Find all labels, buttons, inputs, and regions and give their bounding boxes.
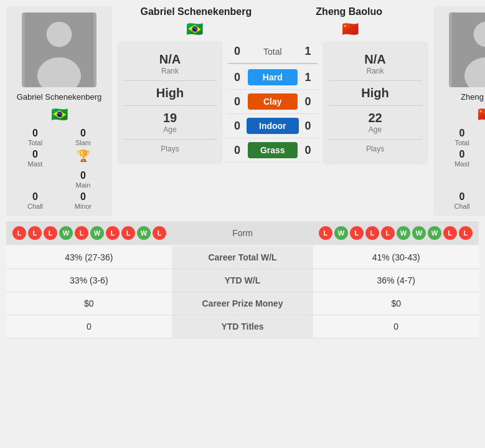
player-names-row: Gabriel Schenekenberg Zheng Baoluo — [117, 6, 428, 17]
left-flag: 🇧🇷 — [186, 21, 203, 37]
left-stat-total: 0 Total — [12, 128, 58, 146]
form-badge-l: L — [121, 226, 135, 240]
left-name-header: Gabriel Schenekenberg — [120, 6, 273, 17]
stats-row: $0 Career Prize Money $0 — [6, 292, 479, 315]
player-section: Gabriel Schenekenberg 🇧🇷 0 Total 0 Slam … — [6, 6, 479, 216]
stats-right-val: 0 — [313, 315, 479, 338]
indoor-row: 0 Indoor 0 — [228, 114, 318, 138]
right-high-row: High — [329, 81, 422, 106]
form-badge-w: W — [137, 226, 151, 240]
form-badge-l: L — [106, 226, 120, 240]
stats-row: 33% (3-6) YTD W/L 36% (4-7) — [6, 269, 479, 292]
flags-row: 🇧🇷 🇨🇳 — [117, 21, 428, 37]
right-player-name: Zheng Baoluo — [461, 92, 485, 102]
stats-left-val: 33% (3-6) — [6, 269, 172, 292]
left-stat-chall: 0 Chall — [12, 191, 58, 210]
right-sub-card: N/A Rank High 22 Age Plays — [323, 41, 428, 164]
form-badge-w: W — [90, 226, 104, 240]
left-stat-minor: 0 Minor — [60, 191, 106, 210]
total-row: 0 Total 1 — [228, 41, 318, 64]
court-stats-container: N/A Rank High 19 Age Plays — [117, 41, 428, 164]
stats-center-label: Career Total W/L — [172, 246, 314, 269]
right-plays-row: Plays — [329, 140, 422, 158]
form-badge-w: W — [397, 226, 410, 240]
clay-row: 0 Clay 0 — [228, 90, 318, 114]
form-badge-l: L — [459, 226, 473, 240]
form-badge-l: L — [381, 226, 395, 240]
right-stat-total: 0 Total — [440, 128, 485, 146]
hard-badge: Hard — [248, 69, 298, 85]
stats-right-val: 36% (4-7) — [313, 269, 479, 292]
stats-center-label: YTD W/L — [172, 269, 314, 292]
form-badge-l: L — [443, 226, 457, 240]
form-badge-w: W — [428, 226, 441, 240]
right-player-flag: 🇨🇳 — [478, 107, 485, 123]
left-age-row: 19 Age — [123, 106, 217, 140]
indoor-badge: Indoor — [247, 118, 299, 134]
form-badge-l: L — [153, 226, 166, 240]
hard-row: 0 Hard 1 — [228, 65, 318, 90]
form-badge-l: L — [75, 226, 88, 240]
stats-left-val: 0 — [6, 315, 172, 338]
court-breakdown: 0 Total 1 0 Hard 1 — [223, 41, 323, 164]
form-badge-w: W — [412, 226, 426, 240]
right-stat-mast: 0 Mast — [440, 149, 485, 168]
clay-badge: Clay — [248, 93, 298, 110]
form-badge-l: L — [319, 226, 332, 240]
stats-center-label: Career Prize Money — [172, 292, 314, 315]
form-badge-w: W — [334, 226, 348, 240]
left-player-stats: 0 Total 0 Slam 0 Mast 🏆 0 Main — [12, 128, 106, 210]
svg-point-1 — [47, 22, 72, 47]
right-player-avatar — [449, 12, 485, 87]
left-stat-mast: 0 Mast — [12, 149, 58, 168]
left-sub-card: N/A Rank High 19 Age Plays — [117, 41, 223, 164]
left-stat-main: 0 Main — [60, 170, 106, 189]
left-trophy-icon-container: 🏆 — [60, 149, 106, 168]
left-high-row: High — [123, 81, 217, 106]
grass-badge: Grass — [248, 142, 298, 158]
right-form-badges: LWLLLWWWLL — [319, 226, 473, 240]
left-player-name: Gabriel Schenekenberg — [17, 92, 102, 102]
stats-right-val: 41% (30-43) — [313, 246, 479, 269]
left-trophy-icon: 🏆 — [77, 149, 90, 163]
left-player-avatar — [22, 12, 97, 87]
form-label: Form — [232, 228, 253, 238]
left-plays-row: Plays — [123, 140, 217, 158]
grass-row: 0 Grass 0 — [228, 138, 318, 163]
right-flag: 🇨🇳 — [342, 21, 359, 37]
stats-left-val: $0 — [6, 292, 172, 315]
form-badge-l: L — [12, 226, 26, 240]
form-badge-l: L — [365, 226, 379, 240]
left-stat-slam: 0 Slam — [60, 128, 106, 146]
form-section: LLLWLWLLWL Form LWLLLWWWLL — [6, 221, 479, 245]
right-player-card: Zheng Baoluo 🇨🇳 0 Total 0 Slam 0 Mast — [433, 6, 485, 216]
stats-row: 43% (27-36) Career Total W/L 41% (30-43) — [6, 246, 479, 269]
form-badge-l: L — [44, 226, 57, 240]
right-name-header: Zheng Baoluo — [273, 6, 426, 17]
main-container: Gabriel Schenekenberg 🇧🇷 0 Total 0 Slam … — [0, 0, 485, 345]
left-player-card: Gabriel Schenekenberg 🇧🇷 0 Total 0 Slam … — [6, 6, 112, 216]
stats-table: 43% (27-36) Career Total W/L 41% (30-43)… — [6, 246, 479, 338]
right-stat-chall: 0 Chall — [440, 191, 485, 210]
form-badge-w: W — [59, 226, 73, 240]
left-player-flag: 🇧🇷 — [51, 107, 68, 123]
stats-left-val: 43% (27-36) — [6, 246, 172, 269]
form-badge-l: L — [28, 226, 42, 240]
left-rank-row: N/A Rank — [123, 47, 217, 81]
form-badge-l: L — [350, 226, 364, 240]
left-form-badges: LLLWLWLLWL — [12, 226, 166, 240]
right-rank-row: N/A Rank — [329, 47, 422, 81]
right-player-stats: 0 Total 0 Slam 0 Mast 🏆 0 Main — [440, 128, 485, 210]
middle-section: Gabriel Schenekenberg Zheng Baoluo 🇧🇷 🇨🇳… — [117, 6, 428, 216]
stats-row: 0 YTD Titles 0 — [6, 315, 479, 338]
right-age-row: 22 Age — [329, 106, 422, 140]
total-label-center: Total — [247, 47, 299, 57]
stats-right-val: $0 — [313, 292, 479, 315]
stats-center-label: YTD Titles — [172, 315, 314, 338]
